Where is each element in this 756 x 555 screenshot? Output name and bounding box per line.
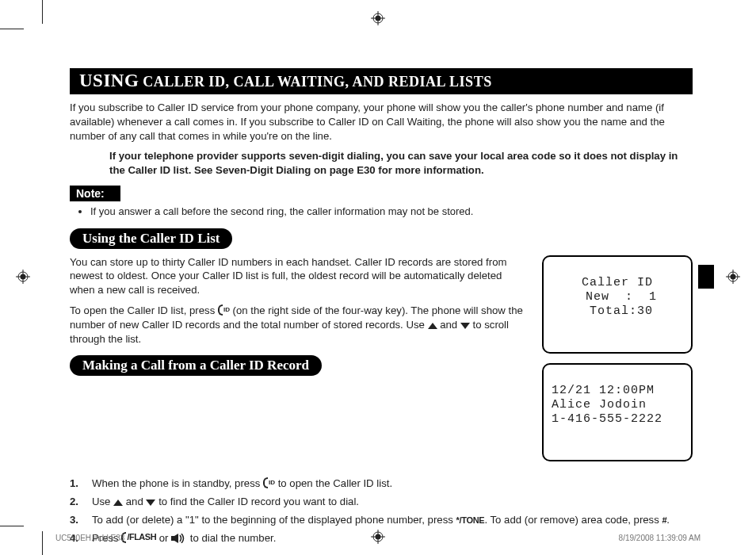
speaker-icon	[171, 532, 187, 547]
key-label: */TONE	[456, 515, 485, 525]
intro-paragraph: If you subscribe to Caller ID service fr…	[70, 101, 693, 143]
step-text: Use and to find the Caller ID record you…	[92, 494, 359, 509]
crop-mark	[42, 531, 43, 555]
lcd-display-record: 12/21 12:00PMAlice Jodoin1-416-555-2222	[542, 363, 693, 461]
footer-right: 8/19/2008 11:39:09 AM	[619, 534, 701, 542]
step-text: To add (or delete) a "1" to the beginnin…	[92, 512, 670, 527]
note-item: If you answer a call before the second r…	[90, 205, 693, 219]
sec1-p2: To open the Caller ID list, press ID (on…	[70, 304, 526, 346]
text: . To add (or remove) area code, press	[484, 514, 662, 526]
lcd-display-summary: Caller ID New : 1 Total:30	[542, 255, 693, 354]
step-1: 1 When the phone is in standby, press ID…	[70, 476, 693, 491]
up-arrow-icon	[113, 500, 123, 506]
lcd-line: 1-416-555-2222	[552, 412, 683, 427]
text: .	[666, 514, 670, 526]
lcd-line: Total:30	[552, 304, 683, 319]
section-heading-make-call: Making a Call from a Caller ID Record	[70, 355, 322, 376]
down-arrow-icon	[146, 500, 155, 506]
note-list: If you answer a call before the second r…	[90, 205, 693, 219]
page-content: USING CALLER ID, CALL WAITING, AND REDIA…	[70, 68, 693, 555]
two-column-section: You can store up to thirty Caller ID num…	[70, 255, 693, 471]
step-2: 2 Use and to find the Caller ID record y…	[70, 494, 693, 509]
text: and	[437, 319, 460, 331]
section-heading-caller-id-list: Using the Caller ID List	[70, 228, 232, 249]
text: to dial the number.	[187, 532, 276, 544]
down-arrow-icon	[460, 323, 470, 329]
sec1-p1: You can store up to thirty Caller ID num…	[70, 255, 526, 297]
side-tab	[698, 265, 714, 289]
page: USING CALLER ID, CALL WAITING, AND REDIA…	[0, 0, 756, 555]
crop-mark	[0, 526, 24, 526]
flash-key-icon: /FLASH	[121, 531, 156, 544]
text: to find the Caller ID record you want to…	[155, 496, 359, 507]
registration-mark-icon	[16, 270, 30, 284]
step-3: 3 To add (or delete) a "1" to the beginn…	[70, 512, 693, 527]
text: When the phone is in standby, press	[92, 477, 263, 489]
registration-mark-icon	[371, 11, 385, 25]
step-4: 4 Press /FLASH or to dial the number.	[70, 530, 693, 547]
crop-mark	[0, 29, 24, 29]
crop-mark	[42, 0, 43, 24]
step-number: 2	[70, 494, 84, 509]
title-big: USING	[79, 71, 139, 90]
registration-mark-icon	[726, 270, 740, 284]
step-number: 1	[70, 476, 84, 491]
lcd-line: 12/21 12:00PM	[552, 384, 683, 398]
column-left: You can store up to thirty Caller ID num…	[70, 255, 526, 471]
up-arrow-icon	[428, 323, 437, 329]
text: to open the Caller ID list.	[275, 477, 392, 489]
steps-list: 1 When the phone is in standby, press ID…	[70, 476, 693, 548]
text: and	[123, 496, 146, 507]
note-label: Note:	[70, 186, 120, 201]
text: Use	[92, 496, 113, 507]
svg-rect-16	[171, 536, 174, 541]
text: To open the Caller ID list, press	[70, 304, 218, 316]
lcd-line: Caller ID	[552, 276, 683, 290]
page-title-bar: USING CALLER ID, CALL WAITING, AND REDIA…	[70, 68, 693, 94]
step-number: 3	[70, 512, 84, 527]
intro-bold-note: If your telephone provider supports seve…	[109, 149, 685, 178]
title-rest: CALLER ID, CALL WAITING, AND REDIAL LIST…	[139, 74, 491, 90]
step-text: When the phone is in standby, press ID t…	[92, 476, 392, 491]
footer-left: UC590EH.indd E33	[55, 534, 124, 542]
text: or	[156, 532, 171, 544]
lcd-line: New : 1	[552, 290, 683, 304]
svg-marker-17	[174, 534, 178, 543]
column-right: Caller ID New : 1 Total:30 12/21 12:00PM…	[542, 255, 693, 471]
lcd-line: Alice Jodoin	[552, 398, 683, 412]
caller-id-key-icon: ID	[263, 477, 275, 488]
caller-id-key-icon: ID	[218, 304, 230, 316]
text: To add (or delete) a "1" to the beginnin…	[92, 514, 456, 526]
